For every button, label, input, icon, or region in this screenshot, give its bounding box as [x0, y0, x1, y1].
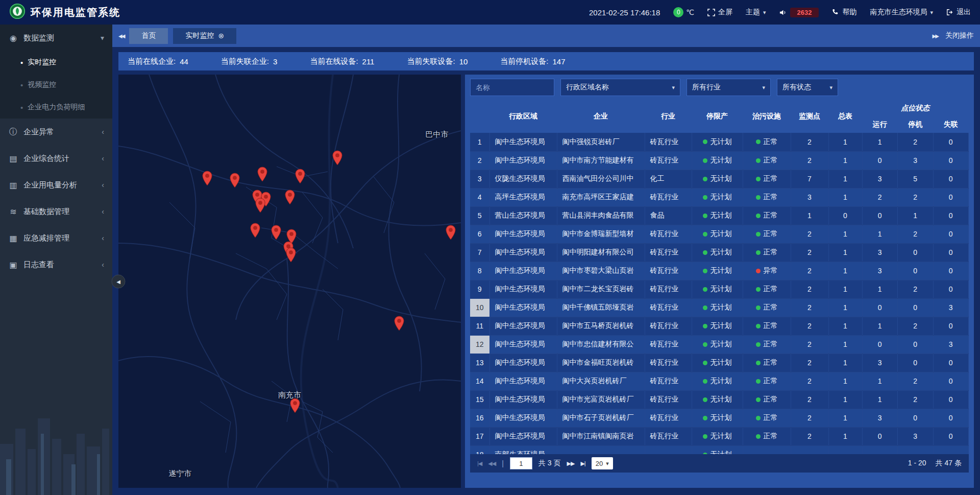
row-index-cell: 1 [470, 133, 489, 151]
column-facility: 治污设施 [743, 100, 791, 133]
name-filter-input[interactable] [470, 79, 554, 96]
app-title: 环保用电监管系统 [31, 6, 120, 19]
table-row[interactable]: 18南部生态环境局无计划 [470, 445, 969, 454]
region-cell: 南部生态环境局 [489, 445, 557, 454]
sidebar-subitem-2[interactable]: •企业电力负荷明细 [0, 96, 112, 119]
sidebar-section-label: 日志查看 [23, 260, 54, 270]
table-row[interactable]: 14阆中生态环境局阆中大兴页岩机砖厂砖瓦行业无计划正常21120 [470, 372, 969, 390]
map-pin[interactable] [394, 316, 405, 331]
chevron-down-icon: ▾ [101, 34, 104, 42]
table-row[interactable]: 17阆中生态环境局阆中市江南镇阆南页岩砖瓦行业无计划正常21030 [470, 427, 969, 445]
table-row[interactable]: 16阆中生态环境局阆中市石子页岩机砖厂砖瓦行业无计划正常21300 [470, 409, 969, 427]
table-row[interactable]: 11阆中生态环境局阆中市五马桥页岩机砖砖瓦行业无计划正常21120 [470, 317, 969, 335]
status-text: 无计划 [710, 137, 732, 147]
map-pin[interactable] [284, 190, 295, 205]
sidebar-subitem-1[interactable]: •视频监控 [0, 74, 112, 96]
sidebar-section-header[interactable]: ◉数据监测▾ [0, 25, 112, 51]
map-pin[interactable] [255, 198, 266, 213]
table-row[interactable]: 3仪陇生态环境局西南油气田分公司川中化工无计划正常71350 [470, 170, 969, 188]
industry-filter-select[interactable]: 所有行业 ▾ [687, 79, 771, 96]
map-pin[interactable] [271, 225, 281, 240]
status-dot [756, 139, 761, 144]
sidebar-section-0: ◉数据监测▾•实时监控•视频监控•企业电力负荷明细 [0, 25, 112, 119]
sidebar-section-4: ≋基础数据管理‹ [0, 198, 112, 225]
map-pin[interactable] [295, 169, 305, 184]
tab-bar-right: ▶▶ 关闭操作 [933, 31, 974, 40]
total-cell: 1 [828, 151, 862, 170]
theme-menu[interactable]: 主题 ▾ [746, 8, 766, 17]
region-cell: 阆中生态环境局 [489, 243, 557, 262]
table-row[interactable]: 1阆中生态环境局阆中强锐页岩砖厂砖瓦行业无计划正常21120 [470, 133, 969, 151]
stat-value: 211 [362, 57, 375, 66]
page-number-input[interactable] [510, 457, 532, 469]
alarm-indicator[interactable]: 2632 [779, 8, 819, 17]
sidebar-section-header[interactable]: ▣日志查看‹ [0, 251, 112, 278]
status-wrap: 正常 [756, 229, 778, 239]
table-row[interactable]: 4高坪生态环境局南充市高坪区王家店建砖瓦行业无计划正常31220 [470, 188, 969, 206]
industry-cell: 砖瓦行业 [645, 427, 692, 445]
table-row[interactable]: 8阆中生态环境局阆中市枣碧大梁山页岩砖瓦行业无计划异常21300 [470, 262, 969, 280]
temperature-value: 0 [673, 7, 683, 17]
lost-cell: 0 [933, 133, 969, 151]
map-pin[interactable] [230, 173, 240, 188]
status-text: 无计划 [710, 303, 732, 312]
sidebar-subitem-0[interactable]: •实时监控 [0, 51, 112, 74]
status-cell: 无计划 [692, 390, 743, 409]
sidebar-section-header[interactable]: ▤企业综合统计‹ [0, 145, 112, 172]
map-pin[interactable] [285, 247, 296, 263]
lost-cell: 0 [933, 353, 969, 372]
next-page-button[interactable]: ▶▶ [567, 460, 574, 467]
map-pin[interactable] [202, 171, 213, 186]
company-cell: 阆中市忠信建材有限公 [557, 335, 645, 353]
status-text: 无计划 [710, 358, 732, 367]
caret-down-icon: ▾ [762, 84, 765, 91]
map-collapse-button[interactable]: ◀ [112, 274, 126, 288]
org-menu[interactable]: 南充市生态环境局 ▾ [870, 8, 933, 17]
status-filter-select[interactable]: 所有状态 ▾ [777, 79, 838, 96]
region-filter-select[interactable]: 行政区域名称 ▾ [560, 79, 680, 96]
fullscreen-button[interactable]: 全屏 [707, 8, 732, 17]
map-canvas[interactable]: 巴中市南充市遂宁市 [118, 75, 461, 488]
table-row[interactable]: 12阆中生态环境局阆中市忠信建材有限公砖瓦行业无计划正常21003 [470, 335, 969, 353]
status-dot [703, 342, 707, 347]
tab-close-icon[interactable]: ⊗ [218, 32, 224, 40]
logout-icon [946, 9, 953, 16]
table-row[interactable]: 10阆中生态环境局阆中千佛镇五郎垭页岩砖瓦行业无计划正常21003 [470, 298, 969, 317]
scroll-tabs-left-button[interactable]: ◀◀ [118, 33, 124, 39]
close-operations-button[interactable]: 关闭操作 [945, 31, 974, 40]
region-cell: 阆中生态环境局 [489, 151, 557, 170]
table-row[interactable]: 6阆中生态环境局阆中市金博瑞新型墙材砖瓦行业无计划正常21120 [470, 225, 969, 243]
table-row[interactable]: 5营山生态环境局营山县润丰肉食品有限食品无计划正常10010 [470, 206, 969, 225]
scroll-tabs-right-button[interactable]: ▶▶ [933, 33, 938, 39]
map-pin[interactable] [257, 167, 267, 182]
sidebar-section-header[interactable]: ⓘ企业异常‹ [0, 119, 112, 145]
monitor-cell: 2 [791, 262, 828, 280]
map-pin[interactable] [250, 223, 261, 238]
page-size-select[interactable]: 20 ▾ [592, 457, 613, 469]
logout-button[interactable]: 退出 [946, 8, 971, 17]
prev-page-button[interactable]: ◀◀ [488, 460, 496, 467]
map-pin[interactable] [289, 398, 300, 413]
table-row[interactable]: 9阆中生态环境局阆中市二龙长宝页岩砖砖瓦行业无计划正常21120 [470, 280, 969, 298]
table-row[interactable]: 13阆中生态环境局阆中市金福旺页岩机砖砖瓦行业无计划正常21300 [470, 353, 969, 372]
tab-realtime-monitor[interactable]: 实时监控 ⊗ [173, 28, 236, 44]
monitor-cell: 2 [791, 151, 828, 170]
sidebar-section-header[interactable]: ≋基础数据管理‹ [0, 198, 112, 225]
table-row[interactable]: 7阆中生态环境局阆中明阳建材有限公司砖瓦行业无计划正常21300 [470, 243, 969, 262]
map-pin[interactable] [445, 225, 456, 240]
table-row[interactable]: 15阆中生态环境局阆中市光富页岩机砖厂砖瓦行业无计划正常21120 [470, 390, 969, 409]
status-wrap: 无计划 [703, 358, 732, 367]
help-button[interactable]: 帮助 [832, 8, 856, 17]
tab-home[interactable]: 首页 [129, 28, 168, 44]
last-page-button[interactable]: ▶| [580, 460, 585, 467]
status-wrap: 无计划 [703, 303, 732, 312]
status-cell: 无计划 [692, 445, 743, 454]
first-page-button[interactable]: |◀ [477, 460, 482, 467]
table-row[interactable]: 2阆中生态环境局阆中市南方节能建材有砖瓦行业无计划正常21030 [470, 151, 969, 170]
column-company: 企业 [557, 100, 645, 133]
map-pin[interactable] [332, 150, 343, 166]
sidebar-section-header[interactable]: ▦应急减排管理‹ [0, 225, 112, 251]
datetime: 2021-02-25 17:46:18 [589, 8, 660, 17]
status-cell: 无计划 [692, 225, 743, 243]
sidebar-section-header[interactable]: ▥企业用电量分析‹ [0, 172, 112, 198]
